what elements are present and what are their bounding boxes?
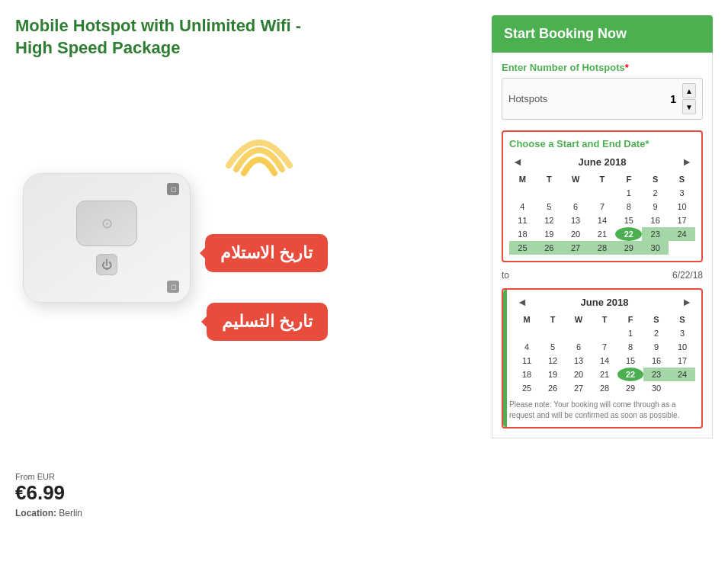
calendar-day[interactable]: 3 bbox=[669, 326, 695, 340]
right-panel: Start Booking Now Enter Number of Hotspo… bbox=[492, 15, 713, 534]
calendar-day[interactable]: 1 bbox=[617, 326, 643, 340]
calendar-day[interactable]: 14 bbox=[592, 354, 617, 368]
calendar-day[interactable]: 15 bbox=[617, 354, 643, 368]
calendar-day[interactable]: 1 bbox=[615, 186, 642, 200]
calendar-day[interactable]: 13 bbox=[563, 213, 589, 227]
calendar-day[interactable]: 24 bbox=[669, 368, 695, 381]
calendar-day[interactable]: 14 bbox=[589, 213, 616, 227]
calendar-1-title: Choose a Start and End Date* bbox=[509, 138, 695, 149]
cal-day-header: F bbox=[617, 313, 643, 326]
device-icon: ⊙ bbox=[101, 215, 113, 232]
table-row: 45678910 bbox=[514, 340, 695, 354]
hotspots-label-text: Hotspots bbox=[508, 93, 547, 104]
cal-day-header: S bbox=[669, 313, 695, 326]
calendar-day[interactable]: 9 bbox=[642, 200, 669, 213]
cal-2-grid: MTWTFSS 12345678910111213141516171819202… bbox=[514, 313, 695, 395]
calendar-day bbox=[536, 186, 563, 200]
calendar-day[interactable]: 7 bbox=[592, 340, 617, 354]
calendar-day[interactable]: 11 bbox=[509, 213, 536, 227]
calendar-day[interactable]: 20 bbox=[563, 227, 589, 241]
calendar-day[interactable]: 5 bbox=[536, 200, 563, 213]
calendar-day[interactable]: 28 bbox=[592, 381, 617, 395]
calendar-day[interactable]: 27 bbox=[566, 381, 592, 395]
calendar-day[interactable]: 23 bbox=[642, 227, 669, 241]
hotspots-spinner: 1 ▲ ▼ bbox=[665, 83, 696, 114]
calendar-day[interactable]: 6 bbox=[566, 340, 592, 354]
calendar-day[interactable]: 2 bbox=[642, 186, 669, 200]
calendar-day[interactable]: 28 bbox=[589, 241, 616, 255]
calendar-day[interactable]: 19 bbox=[536, 227, 563, 241]
calendar-day[interactable]: 21 bbox=[592, 368, 617, 381]
cal-day-header: T bbox=[589, 172, 616, 186]
table-row: 18192021222324 bbox=[514, 368, 695, 381]
location-label: Location: bbox=[15, 508, 56, 518]
calendar-day bbox=[669, 381, 695, 395]
calendar-day[interactable]: 30 bbox=[642, 241, 669, 255]
calendar-day[interactable]: 10 bbox=[669, 340, 695, 354]
calendar-day[interactable]: 16 bbox=[643, 354, 669, 368]
calendar-day[interactable]: 13 bbox=[566, 354, 592, 368]
calendar-day bbox=[566, 326, 592, 340]
calendar-day[interactable]: 25 bbox=[509, 241, 536, 255]
calendar-day[interactable]: 4 bbox=[509, 200, 536, 213]
cal-1-next-button[interactable]: ► bbox=[678, 156, 695, 168]
calendar-day[interactable]: 17 bbox=[669, 213, 695, 227]
cal-day-header: T bbox=[540, 313, 566, 326]
calendar-day[interactable]: 5 bbox=[540, 340, 566, 354]
calendar-day[interactable]: 30 bbox=[643, 381, 669, 395]
calendar-day[interactable]: 15 bbox=[615, 213, 642, 227]
calendar-day[interactable]: 12 bbox=[536, 213, 563, 227]
product-image-area: ⊙ ⏻ ◻ ◻ تاريخ الاستلام تاريخ التسليم bbox=[15, 74, 320, 417]
calendar-day[interactable]: 12 bbox=[540, 354, 566, 368]
calendar-day[interactable]: 27 bbox=[563, 241, 589, 255]
hotspots-field-label: Enter Number of Hotspots* bbox=[502, 62, 703, 73]
hotspot-device: ⊙ ⏻ ◻ ◻ bbox=[23, 173, 191, 303]
calendar-day[interactable]: 6 bbox=[563, 200, 589, 213]
cal-1-prev-button[interactable]: ◄ bbox=[509, 156, 526, 168]
calendar-day[interactable]: 4 bbox=[514, 340, 540, 354]
calendar-day[interactable]: 11 bbox=[514, 354, 540, 368]
calendar-day[interactable]: 24 bbox=[669, 227, 695, 241]
spinner-up-button[interactable]: ▲ bbox=[682, 83, 696, 98]
cal-2-next-button[interactable]: ► bbox=[678, 296, 695, 308]
calendar-day[interactable]: 26 bbox=[536, 241, 563, 255]
calendar-day[interactable]: 22 bbox=[615, 227, 642, 241]
calendar-day[interactable]: 16 bbox=[642, 213, 669, 227]
calendar-day[interactable]: 21 bbox=[589, 227, 616, 241]
calendar-day bbox=[669, 241, 695, 255]
calendar-day[interactable]: 18 bbox=[509, 227, 536, 241]
calendar-day bbox=[540, 326, 566, 340]
calendar-day bbox=[509, 186, 536, 200]
cal-1-grid: MTWTFSS 12345678910111213141516171819202… bbox=[509, 172, 695, 255]
calendar-day[interactable]: 9 bbox=[643, 340, 669, 354]
calendar-day[interactable]: 20 bbox=[566, 368, 592, 381]
booking-body: Enter Number of Hotspots* Hotspots 1 ▲ ▼… bbox=[492, 53, 713, 438]
booking-header: Start Booking Now bbox=[492, 15, 713, 53]
calendar-2[interactable]: ◄ June 2018 ► MTWTFSS 123456789101112131… bbox=[509, 296, 695, 395]
calendar-day[interactable]: 29 bbox=[617, 381, 643, 395]
calendar-day[interactable]: 29 bbox=[615, 241, 642, 255]
calendar-1[interactable]: ◄ June 2018 ► MTWTFSS 123456789101112131… bbox=[509, 156, 695, 255]
calendar-day[interactable]: 8 bbox=[615, 200, 642, 213]
cal-day-header: M bbox=[509, 172, 536, 186]
spinner-down-button[interactable]: ▼ bbox=[682, 99, 696, 114]
calendar-day[interactable]: 3 bbox=[669, 186, 695, 200]
table-row: 252627282930 bbox=[509, 241, 695, 255]
calendar-day[interactable]: 17 bbox=[669, 354, 695, 368]
please-note: Please note: Your booking will come thro… bbox=[509, 400, 695, 421]
calendar-day[interactable]: 19 bbox=[540, 368, 566, 381]
calendar-day[interactable]: 18 bbox=[514, 368, 540, 381]
spinner-value: 1 bbox=[665, 93, 681, 105]
cal-1-body: 1234567891011121314151617181920212223242… bbox=[509, 186, 695, 255]
cal-2-prev-button[interactable]: ◄ bbox=[514, 296, 531, 308]
cal-day-header: T bbox=[592, 313, 617, 326]
to-date-row: to 6/22/18 bbox=[502, 270, 703, 284]
calendar-day[interactable]: 22 bbox=[617, 368, 643, 381]
calendar-day[interactable]: 23 bbox=[643, 368, 669, 381]
calendar-day[interactable]: 7 bbox=[589, 200, 616, 213]
calendar-day[interactable]: 25 bbox=[514, 381, 540, 395]
calendar-day[interactable]: 8 bbox=[617, 340, 643, 354]
calendar-day[interactable]: 26 bbox=[540, 381, 566, 395]
calendar-day[interactable]: 2 bbox=[643, 326, 669, 340]
calendar-day[interactable]: 10 bbox=[669, 200, 695, 213]
